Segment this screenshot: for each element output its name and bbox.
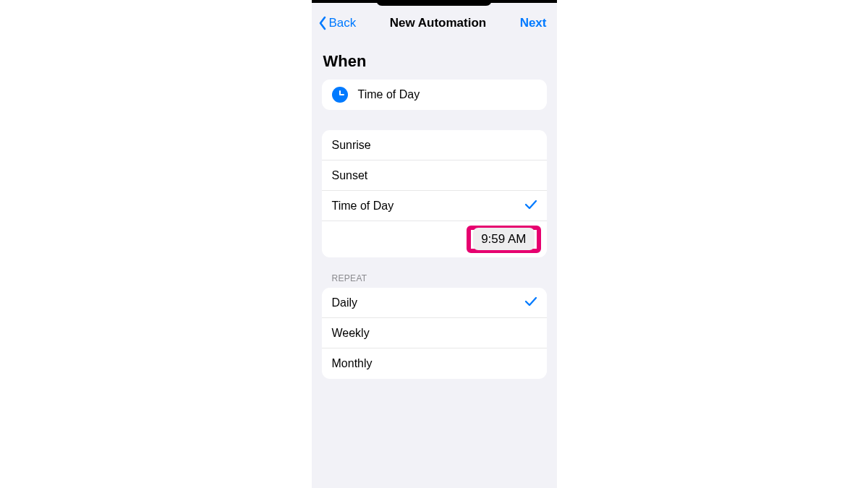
clock-icon	[332, 87, 348, 103]
page-title: New Automation	[390, 16, 486, 30]
checkmark-icon	[525, 296, 537, 309]
device-notch	[376, 0, 492, 6]
option-sunset[interactable]: Sunset	[322, 160, 547, 191]
content-area: When Time of Day Sunrise Sunset Time of …	[312, 52, 557, 379]
option-label: Monthly	[332, 357, 373, 370]
option-weekly[interactable]: Weekly	[322, 318, 547, 348]
option-label: Sunset	[332, 169, 368, 182]
time-picker-row: 9:59 AM	[322, 221, 547, 257]
option-daily[interactable]: Daily	[322, 288, 547, 318]
trigger-label: Time of Day	[358, 88, 420, 101]
option-label: Daily	[332, 296, 358, 309]
option-label: Weekly	[332, 327, 370, 340]
time-options-card: Sunrise Sunset Time of Day 9:59 AM	[322, 130, 547, 257]
time-picker-button[interactable]: 9:59 AM	[473, 228, 534, 250]
repeat-section-label: REPEAT	[332, 273, 537, 283]
option-time-of-day[interactable]: Time of Day	[322, 191, 547, 221]
option-monthly[interactable]: Monthly	[322, 348, 547, 379]
trigger-row[interactable]: Time of Day	[322, 80, 547, 110]
checkmark-icon	[525, 200, 537, 213]
chevron-left-icon	[318, 16, 328, 30]
next-button[interactable]: Next	[520, 16, 547, 30]
back-label: Back	[329, 16, 357, 30]
back-button[interactable]: Back	[318, 16, 357, 30]
option-label: Sunrise	[332, 139, 371, 152]
trigger-card: Time of Day	[322, 80, 547, 110]
when-heading: When	[323, 52, 545, 71]
annotation-highlight: 9:59 AM	[467, 226, 540, 253]
repeat-options-card: Daily Weekly Monthly	[322, 288, 547, 379]
option-sunrise[interactable]: Sunrise	[322, 130, 547, 160]
phone-screen: Back New Automation Next When Time of Da…	[312, 0, 557, 488]
navigation-bar: Back New Automation Next	[312, 7, 557, 36]
option-label: Time of Day	[332, 200, 394, 213]
